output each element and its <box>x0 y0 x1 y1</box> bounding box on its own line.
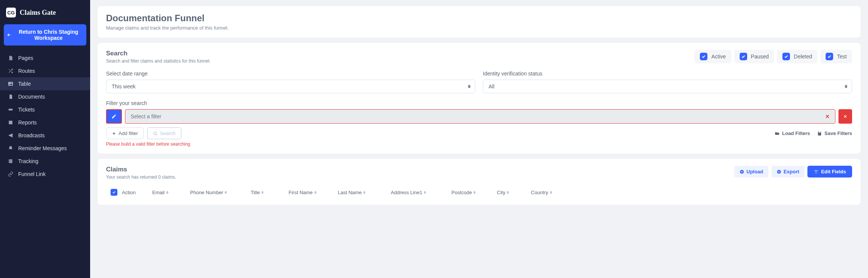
return-button[interactable]: Return to Chris Staging Workspace <box>4 24 86 46</box>
edit-fields-label: Edit Fields <box>821 169 846 174</box>
th-firstname[interactable]: First Name <box>289 190 338 195</box>
th-title[interactable]: Title <box>251 190 289 195</box>
status-chip-paused[interactable]: Paused <box>734 50 774 63</box>
sidebar-item-documents[interactable]: Documents <box>0 90 90 103</box>
logo-badge: CG <box>6 8 16 17</box>
sidebar-item-pages[interactable]: Pages <box>0 52 90 64</box>
sort-icon <box>550 191 552 194</box>
claims-title: Claims <box>106 166 176 173</box>
claims-subtitle: Your search has returned 0 claims. <box>106 174 176 180</box>
status-label: Active <box>711 53 726 60</box>
remove-filter-button[interactable] <box>838 109 852 124</box>
svg-point-3 <box>154 132 156 135</box>
date-range-label: Select date range <box>106 71 475 77</box>
th-phone[interactable]: Phone Number <box>190 190 251 195</box>
tracking-icon <box>8 159 14 164</box>
add-filter-label: Add filter <box>119 130 138 136</box>
filter-label: Filter your search <box>106 100 852 106</box>
search-panel: Search Search and filter claims and stat… <box>98 43 860 154</box>
claims-panel: Claims Your search has returned 0 claims… <box>98 159 860 205</box>
th-city[interactable]: City <box>497 190 531 195</box>
sidebar-item-routes[interactable]: Routes <box>0 64 90 77</box>
th-country[interactable]: Country <box>531 190 569 195</box>
save-filters-label: Save Filters <box>824 130 852 136</box>
broadcast-icon <box>8 133 14 138</box>
export-label: Export <box>784 169 799 174</box>
main: Documentation Funnel Manage claims and t… <box>90 0 868 278</box>
edit-fields-button[interactable]: Edit Fields <box>807 166 852 177</box>
th-lastname[interactable]: Last Name <box>338 190 391 195</box>
status-filters: Active Paused Deleted Test <box>695 50 852 63</box>
check-icon <box>826 53 833 60</box>
nav-label: Reports <box>18 119 37 126</box>
th-email[interactable]: Email <box>152 190 190 195</box>
upload-label: Upload <box>746 169 763 174</box>
sidebar-item-reports[interactable]: Reports <box>0 116 90 129</box>
clear-filter-icon[interactable]: ✕ <box>825 113 830 119</box>
sidebar-item-tickets[interactable]: Tickets <box>0 103 90 116</box>
filter-select[interactable]: Select a filter ✕ <box>125 109 835 124</box>
sidebar-item-tracking[interactable]: Tracking <box>0 155 90 168</box>
check-icon <box>700 53 707 60</box>
nav-label: Tickets <box>18 107 35 113</box>
close-icon <box>843 114 848 119</box>
bell-icon <box>8 146 14 151</box>
plus-circle-icon <box>740 170 744 174</box>
nav-label: Funnel Link <box>18 171 45 177</box>
sidebar-item-broadcasts[interactable]: Broadcasts <box>0 129 90 142</box>
nav-label: Pages <box>18 55 33 61</box>
sort-icon <box>507 191 509 194</box>
sidebar-item-table[interactable]: Table <box>0 77 90 90</box>
select-all-checkbox[interactable] <box>111 189 117 196</box>
th-postcode[interactable]: Postcode <box>451 190 497 195</box>
nav-label: Documents <box>18 94 45 100</box>
link-icon <box>8 171 14 177</box>
folder-icon <box>774 131 780 136</box>
date-range-value: This week <box>106 80 475 93</box>
load-filters-button[interactable]: Load Filters <box>774 130 810 136</box>
svg-rect-2 <box>9 159 12 163</box>
check-icon <box>740 53 747 60</box>
date-range-select[interactable]: This week <box>106 80 475 93</box>
filter-icon <box>813 169 819 174</box>
nav-label: Broadcasts <box>18 132 45 138</box>
shuffle-icon <box>8 68 14 74</box>
upload-button[interactable]: Upload <box>734 166 768 177</box>
th-action[interactable]: Action <box>122 190 152 195</box>
doc-icon <box>8 94 14 99</box>
save-icon <box>817 131 822 136</box>
th-address[interactable]: Address Line1 <box>391 190 451 195</box>
status-chip-deleted[interactable]: Deleted <box>777 50 817 63</box>
nav-label: Reminder Messages <box>18 145 67 151</box>
svg-rect-1 <box>9 121 12 124</box>
status-chip-test[interactable]: Test <box>820 50 852 63</box>
svg-rect-0 <box>9 82 13 85</box>
arrow-left-icon <box>7 33 11 37</box>
edit-filter-button[interactable] <box>106 109 122 124</box>
search-icon <box>153 131 158 136</box>
check-icon <box>782 53 790 60</box>
brand-name: Claims Gate <box>20 9 56 17</box>
search-button[interactable]: Search <box>147 127 181 139</box>
export-button[interactable]: Export <box>771 166 804 177</box>
sidebar-item-funnel-link[interactable]: Funnel Link <box>0 168 90 181</box>
identity-select[interactable]: All <box>483 80 852 93</box>
save-filters-button[interactable]: Save Filters <box>817 130 852 136</box>
status-chip-active[interactable]: Active <box>695 50 731 63</box>
page-title: Documentation Funnel <box>106 13 852 24</box>
file-icon <box>8 55 14 61</box>
add-filter-button[interactable]: Add filter <box>106 127 144 139</box>
table-header: Action Email Phone Number Title First Na… <box>106 187 852 198</box>
identity-value: All <box>483 80 852 93</box>
nav: Pages Routes Table Documents Tickets Rep… <box>0 52 90 181</box>
filter-error: Please build a valid filter before searc… <box>106 141 852 147</box>
nav-label: Tracking <box>18 158 38 164</box>
status-label: Paused <box>751 53 769 60</box>
plus-icon <box>112 131 116 136</box>
table-icon <box>8 81 14 86</box>
search-title: Search <box>106 50 211 57</box>
nav-label: Routes <box>18 68 35 74</box>
sort-icon <box>225 191 227 194</box>
ticket-icon <box>8 107 14 112</box>
sidebar-item-reminder[interactable]: Reminder Messages <box>0 142 90 155</box>
